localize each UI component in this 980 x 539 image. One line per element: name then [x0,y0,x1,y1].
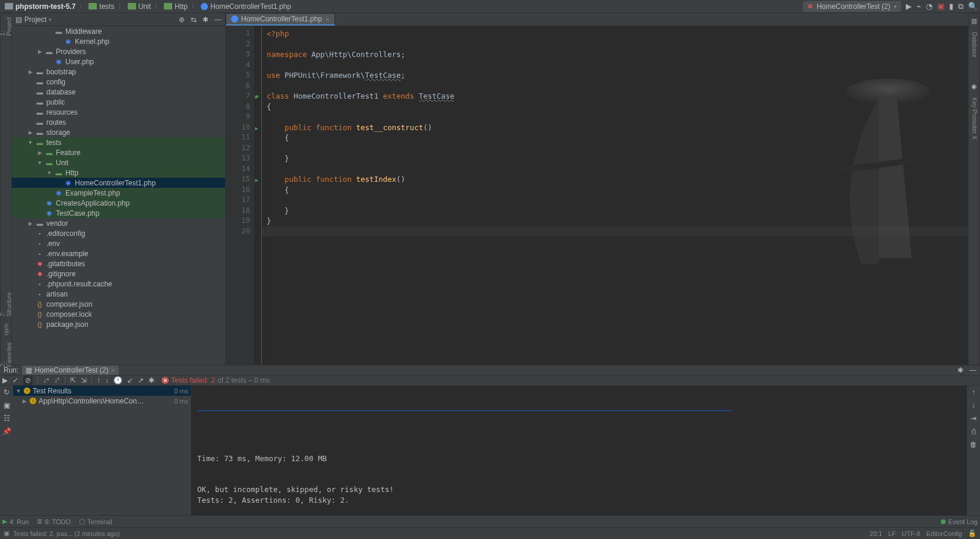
coverage-button[interactable]: ◔ [926,2,932,11]
tree-file[interactable]: ◉User.php [12,56,225,67]
locate-button[interactable]: ⊕ [179,15,185,24]
tree-folder[interactable]: ▬public [12,97,225,107]
prev-test-button[interactable]: ↑ [97,376,100,384]
test-results-tree[interactable]: ! Test Results 0 ms ! App\Http\Controlle… [13,386,191,529]
tree-folder[interactable]: ▬Unit [12,157,225,168]
tree-file[interactable]: ◉ExampleTest.php [12,188,225,198]
scroll-up-button[interactable]: ↑ [972,388,975,396]
breadcrumb-root[interactable]: phpstorm-test-5.7 [2,2,78,11]
stripe-project-tab[interactable]: 1: Project [0,17,12,36]
project-tree[interactable]: ▬Middleware◉Kernel.php▬Providers◉User.ph… [12,26,225,365]
expand-all-button[interactable]: ⇱ [70,376,76,384]
run-line-gutter-icon[interactable]: ▶ [255,175,258,186]
indent-settings[interactable]: EditorConfig [926,530,962,537]
tree-folder[interactable]: ▬vendor [12,218,225,228]
tool-tab-terminal[interactable]: ▢ Terminal [79,518,112,525]
rerun-failed-button[interactable]: ↻ [4,388,10,396]
tree-folder[interactable]: ▬routes [12,117,225,127]
toggle-ignored-button[interactable]: ⊘ [23,376,33,385]
test-settings-button[interactable]: ✱ [148,376,154,384]
toggle-autotest-button[interactable]: ▣ [4,401,10,409]
tree-file[interactable]: ◆.gitignore [12,269,225,279]
status-message[interactable]: Tests failed: 2, pas... (2 minutes ago) [13,530,120,537]
tree-file[interactable]: ◉TestCase.php [12,208,225,218]
line-separator[interactable]: LF [888,530,896,537]
run-configuration-selector[interactable]: ✖ HomeControllerTest (2) ▾ [803,1,901,12]
chevron-down-icon[interactable]: ▾ [49,17,52,23]
scroll-down-button[interactable]: ↓ [972,401,975,409]
status-message-icon[interactable]: ▣ [4,529,10,537]
debug-button[interactable]: ⌁ [916,2,921,11]
tree-file[interactable]: ▪.editorconfig [12,228,225,238]
pin-button[interactable]: 📌 [2,427,11,436]
tree-file[interactable]: ▪.env.example [12,248,225,259]
export-tests-button[interactable]: ↗ [138,376,144,384]
file-encoding[interactable]: UTF-8 [902,530,920,537]
tree-folder[interactable]: ▬Providers [12,46,225,56]
tree-folder[interactable]: ▬Middleware [12,26,225,36]
print-button[interactable]: ⎙ [972,427,976,436]
tree-file[interactable]: ◉Kernel.php [12,36,225,46]
stripe-npm-tab[interactable]: npm [3,324,10,335]
tree-file[interactable]: ◆.gitattributes [12,259,225,269]
tree-folder[interactable]: ▬bootstrap [12,67,225,77]
editor-gutter[interactable]: 1234567▶8910▶1112131415▶1617181920 [226,26,254,365]
tree-file[interactable]: ▪.phpunit.result.cache [12,279,225,289]
test-history-button[interactable]: 🕐 [113,376,122,384]
stripe-structure-tab[interactable]: 7: Structure [0,292,12,317]
settings-icon[interactable]: ✱ [957,366,963,374]
soft-wrap-button[interactable]: ⇥ [970,414,976,423]
test-console-output[interactable]: Time: 73 ms, Memory: 12.00 MB OK, but in… [191,386,967,529]
stripe-favorites-tab[interactable]: 2: Favorites [0,342,12,367]
tree-folder[interactable]: ▬tests [12,137,225,147]
tree-file[interactable]: {}composer.lock [12,309,225,319]
editor-tab-active[interactable]: HomeControllerTest1.php ✕ [226,13,335,26]
close-tab-icon[interactable]: ✕ [325,16,330,23]
lock-icon[interactable]: 🔓 [968,529,976,537]
sort-duration-button[interactable]: ↓ᵗ [54,376,60,384]
tree-folder[interactable]: ▬resources [12,107,225,117]
tree-file[interactable]: ▪.env [12,238,225,248]
hide-button[interactable]: — [214,15,222,24]
tree-file[interactable]: ◉CreatesApplication.php [12,198,225,208]
tree-folder[interactable]: ▬config [12,77,225,87]
run-line-gutter-icon[interactable]: ▶ [255,92,258,103]
breadcrumb-seg-http[interactable]: Http [162,2,190,11]
editor-code[interactable]: <?php namespace App\Http\Controllers; us… [261,26,968,365]
import-tests-button[interactable]: ↙ [127,376,133,384]
settings-button[interactable]: ✱ [203,15,208,24]
run-line-gutter-icon[interactable]: ▶ [255,124,258,134]
tree-arrow-icon[interactable] [27,140,33,146]
breadcrumb-file[interactable]: HomeControllerTest1.php [198,2,293,11]
editor-body[interactable]: 1234567▶8910▶1112131415▶1617181920 <?php… [226,26,968,365]
stripe-icon[interactable]: ◉ [971,83,977,90]
rerun-button[interactable]: ▶ [2,376,8,384]
tree-folder[interactable]: ▬Http [12,168,225,178]
dump-threads-button[interactable]: ☷ [4,414,10,423]
tree-folder[interactable]: ▬Feature [12,147,225,157]
tree-arrow-icon[interactable] [27,69,33,75]
tree-arrow-icon[interactable] [21,398,27,404]
tree-folder[interactable]: ▬storage [12,127,225,137]
next-test-button[interactable]: ↓ [105,376,109,384]
layout-button[interactable]: ⧉ [958,2,963,11]
stripe-keypromoter-tab[interactable]: Key Promoter X [971,97,978,140]
toggle-passed-button[interactable]: ✓ [12,376,18,384]
tree-file[interactable]: ◉HomeControllerTest1.php [12,178,225,188]
collapse-all-button[interactable]: ⇲ [81,376,87,384]
stripe-database-tab[interactable]: Database [971,32,978,58]
project-header-title[interactable]: Project [24,15,46,24]
clear-button[interactable]: 🗑 [970,440,977,449]
tree-arrow-icon[interactable] [46,170,52,176]
expand-all-button[interactable]: ⇆ [191,15,197,24]
hide-icon[interactable]: — [969,366,976,374]
tree-arrow-icon[interactable] [27,130,33,135]
tree-file[interactable]: {}composer.json [12,299,225,309]
tree-arrow-icon[interactable] [37,160,43,166]
breadcrumb-seg-tests[interactable]: tests [86,2,116,11]
tool-tab-todo[interactable]: ≣ 6: TODO [37,518,71,525]
tree-arrow-icon[interactable] [37,150,43,156]
tree-file[interactable]: {}package.json [12,319,225,329]
test-results-root[interactable]: ! Test Results 0 ms [13,386,191,396]
tool-tab-event-log[interactable]: Event Log [941,518,978,525]
